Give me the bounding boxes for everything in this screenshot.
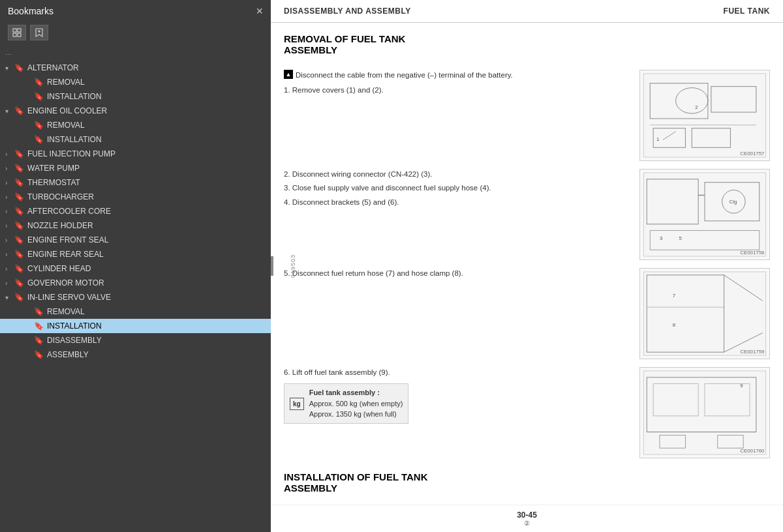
page-sub: ② xyxy=(517,520,537,527)
bookmark-icon: 🔖 xyxy=(34,336,43,345)
section-title-installation: INSTALLATION OF FUEL TANKASSEMBLY xyxy=(284,471,770,494)
expand-icon xyxy=(5,208,14,215)
kg-icon: kg xyxy=(290,398,304,410)
expand-icon xyxy=(5,65,14,72)
sidebar-item-oilcooler-removal[interactable]: 🔖 REMOVAL xyxy=(0,118,271,132)
sidebar-item-alternator-installation[interactable]: 🔖 INSTALLATION xyxy=(0,89,271,104)
sidebar-item-governor-motor[interactable]: 🔖 GOVERNOR MOTOR xyxy=(0,276,271,290)
page-content: REMOVAL OF FUEL TANKASSEMBLY ▲ Disconnec… xyxy=(271,23,783,505)
sidebar-item-turbocharger[interactable]: 🔖 TURBOCHARGER xyxy=(0,190,271,204)
bookmark-icon: 🔖 xyxy=(14,178,23,187)
sidebar-item-label: REMOVAL xyxy=(47,78,85,87)
bookmark-icon: 🔖 xyxy=(34,321,43,331)
document-panel: ‹ DISASSEMBLY AND ASSEMBLY FUEL TANK REM… xyxy=(271,0,783,532)
page-footer: 30-45 ② xyxy=(271,505,783,532)
svg-text:8: 8 xyxy=(673,322,676,328)
bookmarks-panel: Bookmarks × ⋯ 🔖 ALT xyxy=(0,0,271,532)
section-title-removal: REMOVAL OF FUEL TANKASSEMBLY xyxy=(284,33,770,55)
sidebar-item-engine-oil-cooler[interactable]: 🔖 ENGINE OIL COOLER xyxy=(0,104,271,118)
sidebar-item-water-pump[interactable]: 🔖 WATER PUMP xyxy=(0,161,271,175)
svg-text:CE001758: CE001758 xyxy=(740,250,765,256)
sidebar-item-fuel-injection-pump[interactable]: 🔖 FUEL INJECTION PUMP xyxy=(0,147,271,161)
sidebar-item-servo-disassembly[interactable]: 🔖 DISASSEMBLY xyxy=(0,333,271,347)
sidebar-item-label: TURBOCHARGER xyxy=(27,192,94,201)
sidebar-item-label: FUEL INJECTION PUMP xyxy=(27,149,115,158)
expand-icon xyxy=(5,165,14,172)
sidebar-item-engine-rear-seal[interactable]: 🔖 ENGINE REAR SEAL xyxy=(0,247,271,261)
expand-icon xyxy=(5,222,14,229)
svg-text:1: 1 xyxy=(656,136,659,142)
instruction-block-2: 2. Disconnect wiring connector (CN-422) … xyxy=(284,169,770,260)
panel-header: Bookmarks × xyxy=(0,0,271,22)
instruction-block-4: 6. Lift off fuel tank assembly (9). kg F… xyxy=(284,367,770,458)
sidebar-item-inline-servo-valve[interactable]: 🔖 IN-LINE SERVO VALVE xyxy=(0,290,271,304)
sidebar-item-thermostat[interactable]: 🔖 THERMOSTAT xyxy=(0,175,271,190)
step1: 1. Remove covers (1) and (2). xyxy=(284,85,629,96)
sidebar-item-alternator[interactable]: 🔖 ALTERNATOR xyxy=(0,61,271,75)
bookmark-icon: 🔖 xyxy=(14,250,23,259)
sidebar-item-label: THERMOSTAT xyxy=(27,178,80,187)
sidebar-item-servo-removal[interactable]: 🔖 REMOVAL xyxy=(0,304,271,319)
warning-text: Disconnect the cable from the negative (… xyxy=(296,70,513,81)
header-left: DISASSEMBLY AND ASSEMBLY xyxy=(284,7,411,16)
sidebar-item-label: CYLINDER HEAD xyxy=(27,264,91,273)
bookmark-tree: ⋯ 🔖 ALTERNATOR 🔖 REMOVAL 🔖 INSTALLATION … xyxy=(0,46,271,532)
sidebar-item-servo-assembly[interactable]: 🔖 ASSEMBLY xyxy=(0,347,271,362)
instruction-block-1: ▲ Disconnect the cable from the negative… xyxy=(284,70,770,161)
bookmark-icon: 🔖 xyxy=(14,149,23,158)
sidebar-item-label: REMOVAL xyxy=(47,121,85,130)
sidebar-item-label: INSTALLATION xyxy=(47,321,102,331)
diagram-4: CE001760 9 xyxy=(639,367,770,458)
bookmark-icon: 🔖 xyxy=(34,350,43,359)
expand-icon xyxy=(5,108,14,115)
diagram-svg-1: 1 2 CE001757 xyxy=(640,70,769,160)
bookmark-add-button[interactable] xyxy=(30,25,48,40)
sidebar-item-aftercooler-core[interactable]: 🔖 AFTERCOOLER CORE xyxy=(0,204,271,218)
diagram-svg-3: 7 8 CE001759 xyxy=(640,269,769,359)
bookmark-icon: 🔖 xyxy=(14,278,23,288)
side-ref: 019503 xyxy=(290,254,296,278)
bookmark-icon: 🔖 xyxy=(14,63,23,72)
tree-item-partial[interactable]: ⋯ xyxy=(0,48,271,61)
chevron-icon: ⋯ xyxy=(5,51,14,58)
sidebar-item-oilcooler-installation[interactable]: 🔖 INSTALLATION xyxy=(0,132,271,147)
sidebar-item-label: INSTALLATION xyxy=(47,135,102,144)
sidebar-item-cylinder-head[interactable]: 🔖 CYLINDER HEAD xyxy=(0,261,271,276)
expand-icon xyxy=(5,237,14,244)
header-right: FUEL TANK xyxy=(724,7,770,16)
instruction-text-1: ▲ Disconnect the cable from the negative… xyxy=(284,70,629,96)
bookmark-icon: 🔖 xyxy=(34,121,43,130)
svg-text:CE001760: CE001760 xyxy=(740,448,765,454)
instruction-text-4: 6. Lift off fuel tank assembly (9). kg F… xyxy=(284,367,629,424)
warning-icon: ▲ xyxy=(284,70,293,79)
bookmark-icon: 🔖 xyxy=(14,164,23,173)
approx-empty: Approx. 500 kg (when empty) xyxy=(309,400,403,407)
diagram-svg-4: CE001760 9 xyxy=(640,368,769,458)
bookmark-icon: 🔖 xyxy=(14,207,23,216)
warning-line: ▲ Disconnect the cable from the negative… xyxy=(284,70,629,81)
sidebar-item-label: ENGINE FRONT SEAL xyxy=(27,235,108,244)
instruction-text-2: 2. Disconnect wiring connector (CN-422) … xyxy=(284,169,629,211)
svg-text:CE001759: CE001759 xyxy=(740,349,764,355)
step2: 2. Disconnect wiring connector (CN-422) … xyxy=(284,169,629,180)
removal-section: REMOVAL OF FUEL TANKASSEMBLY ▲ Disconnec… xyxy=(284,33,770,458)
step4: 4. Disconnect brackets (5) and (6). xyxy=(284,197,629,208)
svg-text:3: 3 xyxy=(660,235,663,241)
bookmark-icon: 🔖 xyxy=(14,235,23,244)
svg-rect-1 xyxy=(18,29,21,32)
sidebar-item-engine-front-seal[interactable]: 🔖 ENGINE FRONT SEAL xyxy=(0,233,271,247)
sidebar-item-label: ENGINE REAR SEAL xyxy=(27,250,104,259)
collapse-handle[interactable]: ‹ xyxy=(271,256,273,276)
bookmark-icon: 🔖 xyxy=(14,264,23,273)
fuel-tank-note: kg Fuel tank assembly : Approx. 500 kg (… xyxy=(284,383,408,424)
sidebar-item-nozzle-holder[interactable]: 🔖 NOZZLE HOLDER xyxy=(0,218,271,233)
close-button[interactable]: × xyxy=(256,5,263,17)
sidebar-item-label: ENGINE OIL COOLER xyxy=(27,106,107,115)
expand-icon xyxy=(5,294,14,301)
sidebar-item-alternator-removal[interactable]: 🔖 REMOVAL xyxy=(0,75,271,89)
bookmark-icon: 🔖 xyxy=(34,78,43,87)
sidebar-item-servo-installation[interactable]: 🔖 INSTALLATION xyxy=(0,319,271,333)
page-number: 30-45 xyxy=(517,510,537,520)
approx-full: Approx. 1350 kg (when full) xyxy=(309,410,397,418)
grid-view-button[interactable] xyxy=(8,25,26,40)
